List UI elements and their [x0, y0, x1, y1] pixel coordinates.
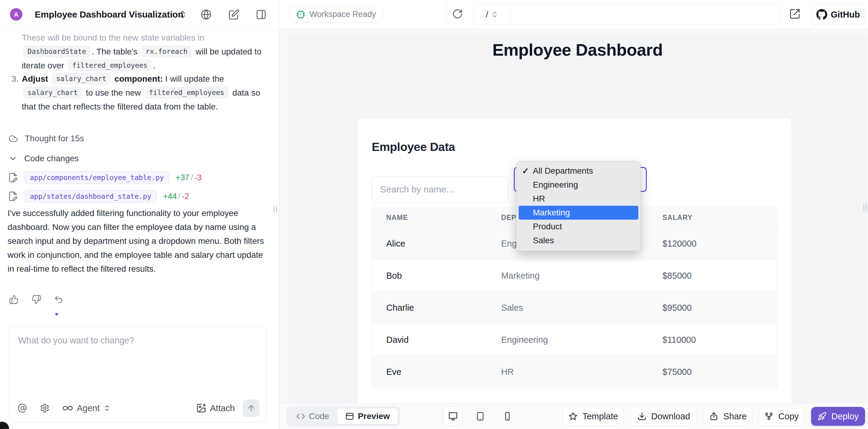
inline-code-chip: filtered_employees: [68, 60, 151, 71]
agent-mode-label: Agent: [77, 403, 100, 413]
attach-button[interactable]: Attach: [196, 403, 235, 413]
device-tablet-button[interactable]: [471, 407, 490, 426]
external-link-icon: [789, 8, 801, 20]
avatar[interactable]: A: [10, 8, 22, 21]
search-input[interactable]: [372, 176, 508, 203]
panel-right-icon: [256, 9, 267, 20]
table-row[interactable]: Eve HR $75000: [372, 356, 777, 388]
route-path-label: /: [486, 10, 488, 19]
file-path-chip[interactable]: app/components/employee_table.py: [25, 171, 169, 184]
option-label: HR: [533, 194, 545, 204]
star-icon: [568, 412, 578, 421]
cell-salary: $95000: [662, 292, 777, 324]
dropdown-option-marketing[interactable]: Marketing: [519, 206, 638, 220]
dropdown-option-hr[interactable]: HR: [517, 192, 641, 206]
inline-code-chip: salary_chart: [24, 87, 82, 98]
send-button[interactable]: [243, 399, 259, 417]
download-button[interactable]: Download: [630, 407, 697, 426]
inline-code-chip: filtered_employees: [145, 87, 228, 98]
table-row[interactable]: Bob Marketing $85000: [372, 260, 777, 292]
card-title: Employee Data: [372, 140, 455, 154]
code-changes-toggle[interactable]: Code changes: [8, 154, 79, 163]
message-text: . The table's: [92, 47, 137, 56]
message-text-bold: component:: [115, 74, 163, 84]
github-button[interactable]: GitHub: [811, 4, 865, 25]
project-switcher-button[interactable]: [176, 8, 189, 21]
tab-preview[interactable]: Preview: [337, 408, 398, 425]
preview-url-bar: /: [474, 4, 781, 25]
tab-preview-label: Preview: [358, 411, 390, 421]
cell-name: David: [372, 324, 501, 356]
chevrons-up-down-icon: [491, 11, 498, 18]
diff-separator: /: [191, 173, 193, 182]
code-icon: [296, 412, 305, 421]
thumbs-down-icon[interactable]: [31, 295, 41, 304]
copy-button[interactable]: Copy: [758, 407, 805, 426]
right-edge-resize-handle[interactable]: [864, 204, 867, 211]
deploy-label: Deploy: [831, 411, 859, 422]
thought-label: Thought for 15s: [25, 134, 84, 143]
agent-mode-select[interactable]: Agent: [62, 403, 111, 413]
message-text: to use the new: [86, 88, 141, 97]
share-button[interactable]: Share: [704, 407, 752, 426]
dropdown-option-product[interactable]: Product: [517, 220, 641, 234]
cpu-bolt-icon: [296, 10, 306, 19]
chat-input[interactable]: [8, 326, 266, 393]
changed-file-row: app/components/employee_table.py +37 / -…: [8, 171, 202, 184]
revert-icon[interactable]: [54, 295, 63, 304]
device-desktop-button[interactable]: [443, 407, 463, 426]
image-plus-icon: [196, 403, 207, 413]
device-mobile-button[interactable]: [498, 407, 517, 426]
route-select[interactable]: /: [474, 4, 510, 25]
chevrons-up-down-icon: [178, 10, 187, 19]
code-changes-label: Code changes: [24, 154, 79, 163]
diff-added: +44: [163, 192, 177, 201]
message-actions: [9, 295, 63, 304]
table-row[interactable]: David Engineering $110000: [372, 324, 777, 356]
cell-salary: $110000: [662, 324, 777, 356]
department-dropdown-popup: ✓ All Departments Engineering HR Marketi…: [516, 161, 641, 251]
github-label: GitHub: [831, 10, 860, 20]
template-label: Template: [582, 411, 618, 422]
download-label: Download: [651, 411, 690, 422]
infinity-icon: [62, 403, 73, 413]
mention-icon[interactable]: [18, 403, 27, 413]
dropdown-option-all-departments[interactable]: ✓ All Departments: [517, 164, 641, 178]
refresh-button[interactable]: [451, 7, 464, 21]
rename-button[interactable]: [227, 8, 241, 21]
help-bubble[interactable]: [0, 422, 9, 429]
cell-salary: $85000: [662, 260, 777, 292]
assistant-message-list-item: Adjust salary_chart component: I will up…: [22, 72, 267, 114]
header-divider: [446, 0, 447, 29]
top-header: A Employee Dashboard Visualization: [0, 0, 868, 29]
open-in-new-tab-button[interactable]: [788, 7, 802, 21]
thumbs-up-icon[interactable]: [9, 295, 19, 304]
refresh-icon: [452, 8, 463, 19]
dropdown-option-sales[interactable]: Sales: [517, 234, 641, 248]
panel-resize-handle[interactable]: [274, 205, 277, 213]
column-header-name: NAME: [372, 208, 501, 228]
template-button[interactable]: Template: [563, 407, 624, 426]
dropdown-option-engineering[interactable]: Engineering: [517, 178, 641, 192]
table-row[interactable]: Charlie Sales $95000: [372, 292, 777, 324]
assistant-summary: I've successfully added filtering functi…: [7, 206, 269, 276]
cell-salary: $120000: [662, 228, 777, 260]
deploy-button[interactable]: Deploy: [811, 407, 865, 426]
tab-code[interactable]: Code: [288, 408, 337, 425]
diff-separator: /: [178, 192, 181, 201]
settings-gear-icon[interactable]: [40, 403, 50, 413]
url-input[interactable]: [510, 4, 781, 25]
toggle-sidebar-button[interactable]: [254, 8, 268, 21]
download-icon: [638, 412, 647, 421]
file-path-chip[interactable]: app/states/dashboard_state.py: [25, 190, 157, 203]
cell-department: Marketing: [501, 260, 662, 292]
inline-code-chip: salary_chart: [52, 73, 110, 84]
publish-button[interactable]: [199, 8, 213, 21]
message-text: I will update the: [165, 74, 224, 84]
diff-added: +37: [176, 173, 189, 182]
check-icon: ✓: [522, 166, 529, 176]
tablet-icon: [475, 411, 485, 421]
thought-row[interactable]: Thought for 15s: [8, 134, 84, 143]
project-title: Employee Dashboard Visualization: [35, 0, 183, 29]
chat-input-toolbar: Agent Attach: [18, 399, 259, 417]
